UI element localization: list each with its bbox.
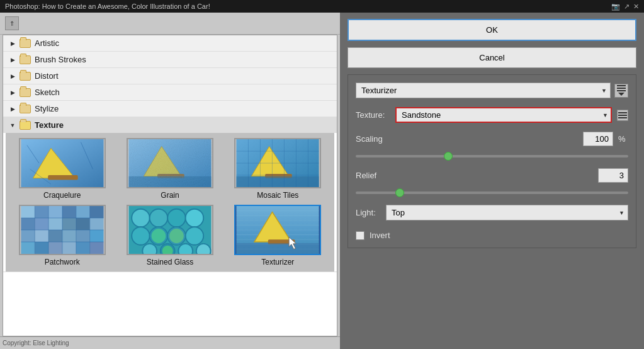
svg-rect-44 [48,242,62,254]
left-panel: ⇑ ▶ Artistic ▶ Brush Strokes [0,13,340,349]
invert-checkbox[interactable] [356,231,364,240]
filter-select-row: Texturizer [356,83,628,98]
filter-category-header-sketch[interactable]: ▶ Sketch [3,84,337,100]
svg-rect-38 [48,230,62,242]
menu-line-1 [617,85,626,86]
svg-rect-47 [89,242,103,254]
close-icon[interactable]: ✕ [633,3,639,11]
thumbnail-art-texturizer [235,206,320,254]
scaling-input[interactable]: 100 [583,132,613,146]
arrow-right-icon-st: ▶ [8,105,17,113]
svg-rect-14 [237,176,319,187]
filter-category-texture: ▼ Texture [3,117,337,272]
filter-category-header-artistic[interactable]: ▶ Artistic [3,35,337,51]
svg-rect-31 [35,218,48,230]
svg-point-67 [178,244,193,254]
svg-point-57 [132,209,150,227]
thumbnail-item-craquelure[interactable]: Craquelure [11,138,113,200]
thumbnail-item-grain[interactable]: Grain [118,138,221,200]
svg-rect-43 [35,242,48,254]
relief-label: Relief [356,171,390,180]
svg-point-58 [150,209,168,227]
invert-label: Invert [370,231,390,240]
folder-icon-texture [20,121,31,130]
svg-rect-34 [76,218,90,230]
texture-row: Texture: Sandstone Brick Burlap Canvas [356,107,628,123]
texture-menu-icon[interactable] [617,110,628,121]
category-label-texture: Texture [35,120,64,130]
svg-rect-36 [21,230,35,242]
thumbnail-label-grain: Grain [161,191,179,200]
texture-dropdown[interactable]: Sandstone Brick Burlap Canvas [395,107,612,123]
light-dropdown[interactable]: Top Bottom Bottom Left Bottom Right Left… [386,205,628,220]
thumbnail-stained-glass[interactable] [127,205,213,255]
thumbnail-item-mosaic-tiles[interactable]: Mosaic Tiles [227,138,329,200]
svg-rect-35 [89,218,103,230]
title-bar: Photoshop: How to Create an Awesome, Col… [0,0,644,13]
svg-rect-32 [48,218,62,230]
thumbnail-patchwork[interactable] [19,205,106,255]
arrow-right-icon: ▶ [8,39,17,48]
thumbnail-label-patchwork: Patchwork [45,258,80,266]
thumbnail-mosaic-tiles[interactable] [234,138,321,188]
texture-select-wrapper: Sandstone Brick Burlap Canvas [395,107,612,123]
scaling-slider[interactable] [356,155,628,157]
scaling-slider-container [356,150,628,159]
scaling-label: Scaling [356,134,390,144]
camera-icon[interactable]: 📷 [611,3,620,11]
category-label-brush-strokes: Brush Strokes [35,55,86,64]
scaling-row: Scaling 100 % [356,132,628,146]
thumbnail-item-texturizer[interactable]: Texturizer [227,205,329,266]
svg-rect-84 [237,243,319,254]
arrow-right-icon-sk: ▶ [8,88,17,97]
scaling-unit: % [618,134,628,144]
thumbnail-texturizer[interactable] [234,205,321,255]
filter-category-header-stylize[interactable]: ▶ Stylize [3,101,337,117]
bottom-scrollbar[interactable]: Copyright: Else Lighting [0,336,340,349]
relief-section: Relief 3 [356,168,628,196]
relief-input[interactable]: 3 [598,168,628,183]
menu-icon-button[interactable] [614,84,628,98]
folder-icon-artistic [20,39,31,48]
svg-point-70 [169,228,184,244]
menu-line-3 [617,90,626,91]
menu-line-2 [617,88,626,89]
thumbnail-item-patchwork[interactable]: Patchwork [11,205,113,266]
filter-category-header-texture[interactable]: ▼ Texture [3,117,337,133]
filter-category-stylize: ▶ Stylize [3,101,337,117]
thumbnail-label-stained-glass: Stained Glass [147,258,194,266]
scaling-section: Scaling 100 % [356,132,628,159]
filter-select-wrapper: Texturizer [356,83,611,98]
cancel-button[interactable]: Cancel [347,47,636,68]
svg-point-71 [162,245,174,254]
texture-label: Texture: [356,110,390,120]
share-icon[interactable]: ↗ [624,3,630,11]
svg-rect-2 [48,175,78,180]
thumbnail-item-stained-glass[interactable]: Stained Glass [118,205,221,266]
thumbnail-grain[interactable] [127,138,213,188]
main-container: ⇑ ▶ Artistic ▶ Brush Strokes [0,13,644,349]
light-select-wrapper: Top Bottom Bottom Left Bottom Right Left… [386,205,628,220]
texture-menu-line-3 [618,117,627,118]
svg-point-65 [142,244,157,254]
panel-collapse-button[interactable]: ⇑ [5,16,19,30]
svg-rect-39 [62,230,76,242]
filter-category-sketch: ▶ Sketch [3,84,337,101]
svg-rect-46 [76,242,90,254]
filter-dropdown[interactable]: Texturizer [356,83,611,98]
window-title: Photoshop: How to Create an Awesome, Col… [5,3,210,10]
filter-category-header-distort[interactable]: ▶ Distort [3,68,337,84]
folder-icon-sketch [20,88,31,97]
ok-button[interactable]: OK [347,19,636,41]
filter-category-header-brush-strokes[interactable]: ▶ Brush Strokes [3,52,337,67]
double-arrow-up-icon: ⇑ [9,20,14,27]
left-top-bar: ⇑ [0,13,340,35]
category-label-distort: Distort [35,71,59,81]
thumbnail-art-craquelure [20,139,105,187]
relief-slider[interactable] [356,192,628,194]
thumbnail-craquelure[interactable] [19,138,106,188]
menu-arrow-icon [618,93,624,96]
svg-point-69 [151,228,167,244]
settings-panel: Texturizer Texture: Sandstone Brick [347,74,636,248]
svg-point-60 [186,209,204,227]
